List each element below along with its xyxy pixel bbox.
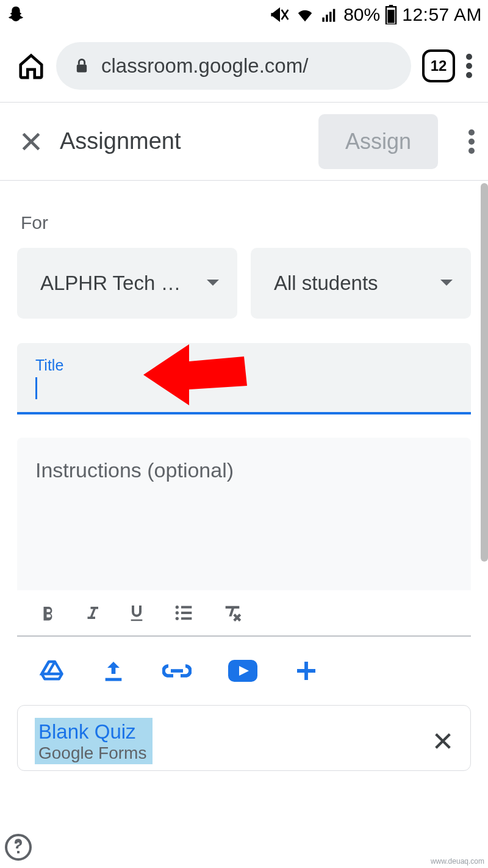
assign-button[interactable]: Assign xyxy=(318,114,438,169)
title-field[interactable]: Title xyxy=(17,343,471,414)
more-menu-icon[interactable] xyxy=(468,128,475,155)
svg-point-16 xyxy=(176,606,179,609)
svg-rect-8 xyxy=(388,10,395,23)
title-input[interactable] xyxy=(35,374,453,402)
youtube-icon[interactable] xyxy=(228,660,257,682)
svg-point-14 xyxy=(468,139,475,145)
page-title: Assignment xyxy=(60,128,301,154)
svg-rect-22 xyxy=(106,678,122,681)
svg-point-20 xyxy=(176,617,179,620)
chevron-down-icon xyxy=(439,278,454,288)
svg-rect-23 xyxy=(171,669,183,673)
battery-percent: 80% xyxy=(343,4,380,25)
attachment-card[interactable]: Blank Quiz Google Forms xyxy=(17,705,471,771)
wifi-icon xyxy=(295,5,315,24)
class-selector[interactable]: ALPHR Tech … xyxy=(17,248,237,319)
signal-icon xyxy=(320,6,339,23)
chevron-down-icon xyxy=(206,278,220,288)
svg-rect-9 xyxy=(77,64,87,72)
svg-rect-2 xyxy=(323,18,325,22)
url-text: classroom.google.com/ xyxy=(101,54,308,78)
svg-point-11 xyxy=(466,63,472,69)
status-bar: 80% 12:57 AM xyxy=(0,0,488,29)
svg-rect-21 xyxy=(181,617,192,620)
svg-point-15 xyxy=(468,148,475,154)
audience-selector[interactable]: All students xyxy=(251,248,471,319)
browser-toolbar: classroom.google.com/ 12 xyxy=(0,29,488,103)
vibrate-icon xyxy=(270,5,290,24)
svg-rect-4 xyxy=(329,12,332,21)
home-icon[interactable] xyxy=(17,52,45,80)
scrollbar[interactable] xyxy=(481,183,488,562)
svg-rect-17 xyxy=(181,606,192,609)
class-selector-text: ALPHR Tech … xyxy=(40,272,181,295)
browser-menu-icon[interactable] xyxy=(466,52,472,79)
attachment-title: Blank Quiz xyxy=(38,720,146,743)
remove-attachment-icon[interactable] xyxy=(432,731,453,751)
text-caret xyxy=(35,377,37,399)
svg-point-10 xyxy=(466,54,472,60)
tabs-button[interactable]: 12 xyxy=(422,49,455,82)
battery-icon xyxy=(385,5,397,24)
bullet-list-icon[interactable] xyxy=(172,603,195,623)
attachment-subtitle: Google Forms xyxy=(38,743,146,763)
close-icon[interactable] xyxy=(20,130,43,153)
upload-icon[interactable] xyxy=(101,659,126,683)
snapchat-icon xyxy=(6,5,26,24)
underline-icon[interactable] xyxy=(127,601,146,624)
app-header: Assignment Assign xyxy=(0,103,488,181)
clock: 12:57 AM xyxy=(402,4,482,25)
bold-icon[interactable] xyxy=(39,602,57,624)
svg-point-13 xyxy=(468,129,475,136)
link-icon[interactable] xyxy=(162,662,192,679)
attach-row xyxy=(17,637,471,705)
lock-icon xyxy=(73,56,90,76)
for-label: For xyxy=(21,212,471,233)
svg-point-18 xyxy=(176,611,179,614)
italic-icon[interactable] xyxy=(83,602,101,624)
svg-rect-19 xyxy=(181,612,192,614)
instructions-field[interactable]: Instructions (optional) xyxy=(17,438,471,590)
form-content: For ALPHR Tech … All students Title Inst… xyxy=(0,181,488,771)
watermark: www.deuaq.com xyxy=(431,857,484,866)
svg-rect-3 xyxy=(326,15,328,22)
svg-rect-5 xyxy=(333,9,336,22)
audience-selector-text: All students xyxy=(274,272,378,295)
format-toolbar xyxy=(17,590,471,637)
address-bar[interactable]: classroom.google.com/ xyxy=(56,42,411,90)
clear-format-icon[interactable] xyxy=(221,602,244,623)
drive-icon[interactable] xyxy=(39,659,65,683)
title-label: Title xyxy=(35,356,453,374)
help-button[interactable] xyxy=(4,833,33,864)
svg-point-12 xyxy=(466,72,472,78)
add-icon[interactable] xyxy=(294,659,318,683)
